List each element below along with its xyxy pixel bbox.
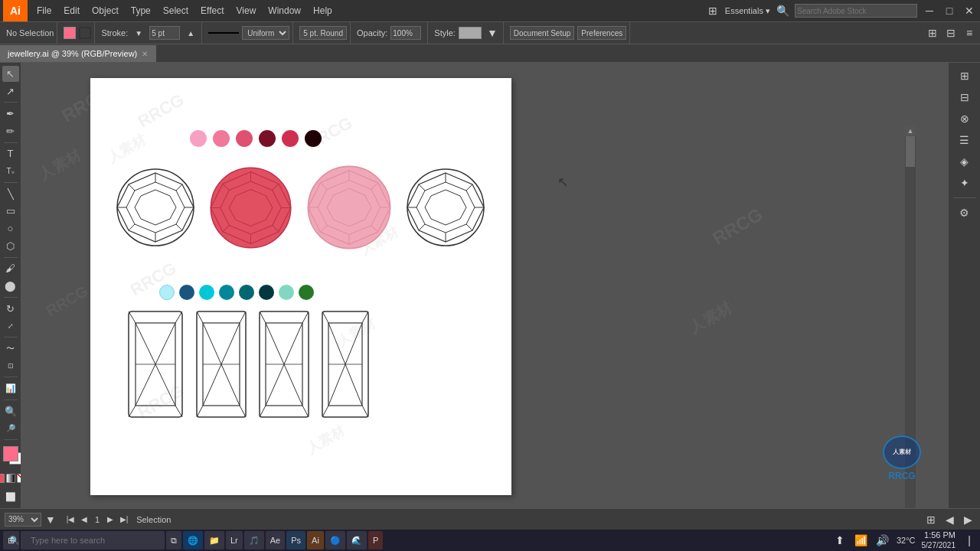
fill-color-tool[interactable] [3, 446, 18, 461]
stroke-up-icon[interactable]: ▲ [183, 25, 198, 41]
stroke-value-input[interactable] [149, 26, 180, 40]
ae-taskbar-btn[interactable]: Ae [266, 531, 285, 549]
panel-icon-4[interactable]: ☰ [955, 130, 975, 150]
next-page-btn[interactable]: ▶ [104, 514, 116, 526]
touch-type-tool[interactable]: Tᵥ [2, 163, 19, 179]
ellipse-tool[interactable]: ○ [2, 220, 19, 236]
zoom-dropdown-icon[interactable]: ▼ [43, 512, 58, 527]
line-tool[interactable]: ╲ [2, 186, 19, 202]
panel-icon-2[interactable]: ⊟ [955, 87, 975, 107]
workspace-icon[interactable]: ⊞ [705, 3, 720, 18]
scale-tool[interactable]: ⤢ [2, 318, 19, 334]
pink-dot-3 [236, 130, 253, 147]
lightroom-taskbar-btn[interactable]: Lr [226, 531, 243, 549]
blob-tool[interactable]: ⬤ [2, 278, 19, 294]
arrange-panels-icon[interactable]: ⊞ [923, 512, 939, 527]
rrcg-label: RRCG [888, 471, 915, 481]
rect-gem-4 [319, 308, 371, 421]
menu-view[interactable]: View [230, 0, 263, 21]
pencil-tool[interactable]: ✏ [2, 123, 19, 139]
zoom-tool-2[interactable]: 🔎 [2, 421, 19, 437]
panel-icon-1[interactable]: ⊞ [955, 66, 975, 86]
zoom-tool[interactable]: 🔍 [2, 403, 19, 419]
expand-icon[interactable]: ▶ [960, 512, 975, 527]
explorer-taskbar-btn[interactable]: 📁 [204, 531, 224, 549]
task-view-btn[interactable]: ⧉ [166, 531, 181, 549]
tab-close-icon[interactable]: ✕ [142, 50, 148, 58]
menu-help[interactable]: Help [307, 0, 338, 21]
tool-sep-7 [4, 377, 18, 377]
polygon-tool[interactable]: ⬡ [2, 238, 19, 254]
taskbar-search-input[interactable] [23, 532, 176, 549]
edge-taskbar-btn[interactable]: 🌐 [183, 531, 203, 549]
rect-tool[interactable]: ▭ [2, 204, 19, 220]
style-swatch[interactable] [459, 27, 482, 39]
zoom-group: 39% 50% 100% ▼ [5, 512, 58, 527]
collapse-icon[interactable]: ◀ [942, 512, 957, 527]
taskbar-datetime: 1:56 PM 5/27/2021 [922, 530, 956, 549]
last-page-btn[interactable]: ▶| [118, 514, 130, 526]
scroll-thumb[interactable] [906, 136, 915, 167]
menu-select[interactable]: Select [157, 0, 194, 21]
panel-icon-6[interactable]: ✦ [955, 173, 975, 193]
warp-tool[interactable]: 〜 [2, 341, 19, 357]
canvas-wm-8: 人素材 [303, 421, 348, 458]
doc-setup-button[interactable]: Document Setup [510, 26, 575, 40]
opacity-input[interactable] [390, 26, 421, 40]
zoom-select[interactable]: 39% 50% 100% [5, 513, 41, 527]
search-icon[interactable]: 🔍 [775, 3, 790, 18]
ppt-taskbar-btn[interactable]: P [368, 531, 383, 549]
page-nav-group: |◀ ◀ 1 ▶ ▶| [64, 514, 130, 526]
menu-effect[interactable]: Effect [194, 0, 230, 21]
rotate-tool[interactable]: ↻ [2, 301, 19, 317]
free-transform-tool[interactable]: ⊡ [2, 358, 19, 374]
transform-icon[interactable]: ⊟ [943, 25, 959, 41]
edge2-taskbar-btn[interactable]: 🌊 [347, 531, 367, 549]
first-page-btn[interactable]: |◀ [64, 514, 77, 526]
menu-file[interactable]: File [31, 0, 57, 21]
taskbar-show-desktop-icon[interactable]: | [962, 533, 977, 548]
minimize-icon[interactable]: ─ [922, 3, 937, 18]
pen-tool[interactable]: ✒ [2, 106, 19, 122]
type-tool[interactable]: T [2, 146, 19, 162]
close-icon[interactable]: ✕ [962, 3, 977, 18]
search-stock-input[interactable] [795, 4, 917, 18]
preferences-button[interactable]: Preferences [577, 26, 626, 40]
ai-taskbar-btn[interactable]: Ai [307, 531, 324, 549]
chrome-taskbar-btn[interactable]: 🔵 [325, 531, 345, 549]
stroke-cap-button[interactable]: 5 pt. Round [299, 26, 347, 40]
panel-icon-5[interactable]: ◈ [955, 152, 975, 171]
fill-swatch[interactable] [64, 27, 76, 39]
tab-bar: jewellery.ai @ 39% (RGB/Preview) ✕ [0, 44, 980, 63]
stroke-swatch[interactable] [79, 27, 91, 39]
arrange-icon[interactable]: ⊞ [925, 25, 940, 41]
screen-mode-tool[interactable]: ⬜ [2, 489, 19, 505]
maximize-icon[interactable]: □ [942, 3, 957, 18]
more-icon[interactable]: ≡ [962, 25, 977, 41]
menu-window[interactable]: Window [262, 0, 307, 21]
panel-icon-3[interactable]: ⊗ [955, 109, 975, 129]
tab-jewellery[interactable]: jewellery.ai @ 39% (RGB/Preview) ✕ [0, 45, 156, 62]
stroke-down-icon[interactable]: ▼ [131, 25, 146, 41]
scroll-up-arrow[interactable]: ▲ [905, 126, 916, 136]
menu-edit[interactable]: Edit [57, 0, 86, 21]
search-taskbar-btn[interactable]: 🔍 [21, 531, 165, 549]
menu-object[interactable]: Object [86, 0, 125, 21]
color-mode-icon[interactable] [0, 474, 5, 483]
fill-group [60, 22, 95, 44]
graph-tool[interactable]: 📊 [2, 380, 19, 396]
panel-sep [953, 197, 976, 198]
cursor: ↖ [557, 174, 569, 191]
menu-type[interactable]: Type [125, 0, 157, 21]
select-tool[interactable]: ↖ [2, 66, 19, 82]
stroke-type-select[interactable]: Uniform [242, 26, 289, 40]
selection-group: No Selection [3, 22, 57, 44]
media-taskbar-btn[interactable]: 🎵 [244, 531, 264, 549]
direct-select-tool[interactable]: ↗ [2, 83, 19, 99]
panel-icon-7[interactable]: ⚙ [955, 203, 975, 223]
ps-taskbar-btn[interactable]: Ps [286, 531, 305, 549]
gradient-mode-icon[interactable] [6, 474, 15, 483]
style-dropdown-icon[interactable]: ▼ [485, 25, 500, 41]
paintbrush-tool[interactable]: 🖌 [2, 260, 19, 276]
prev-page-btn[interactable]: ◀ [78, 514, 90, 526]
